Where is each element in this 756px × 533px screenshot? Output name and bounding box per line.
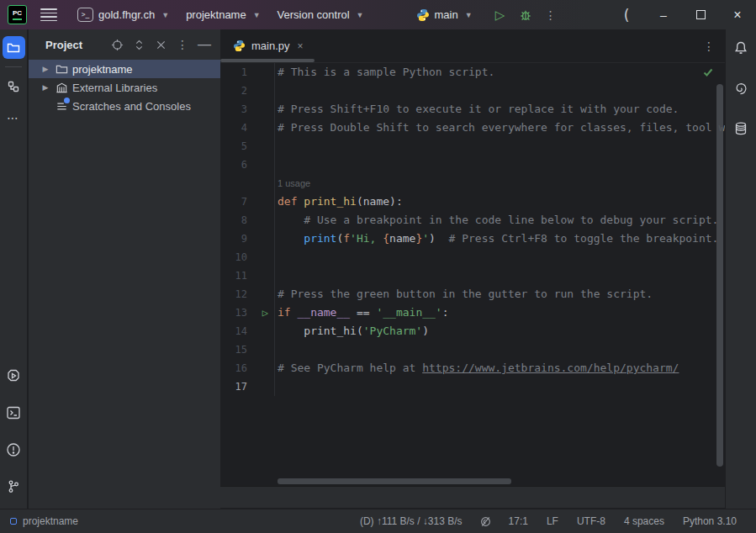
database-icon: [733, 121, 748, 136]
code-line[interactable]: 11: [220, 266, 725, 285]
code-line[interactable]: 2: [220, 82, 725, 100]
highlighting-level-widget[interactable]: [472, 515, 500, 528]
code-text: # Press the green button in the gutter t…: [275, 285, 725, 303]
crosshair-icon: [111, 39, 124, 51]
code-line[interactable]: 3# Press Shift+F10 to execute it or repl…: [220, 100, 725, 119]
caret-position-widget[interactable]: 17:1: [500, 515, 537, 527]
more-actions-button[interactable]: ⋮: [538, 3, 563, 28]
tree-item-scratches[interactable]: Scratches and Consoles: [29, 97, 220, 115]
terminal-tool-button[interactable]: [3, 401, 25, 424]
gutter[interactable]: 7: [220, 193, 275, 211]
chevron-right-icon[interactable]: ▶: [40, 83, 50, 92]
run-configuration-selector[interactable]: main ▼: [408, 0, 481, 29]
close-button[interactable]: ×: [719, 0, 756, 29]
code-line[interactable]: 17: [220, 377, 725, 396]
gutter[interactable]: 16: [220, 359, 275, 377]
ai-assistant-button[interactable]: [730, 77, 753, 99]
code-line[interactable]: 16# See PyCharm help at https://www.jetb…: [220, 359, 725, 377]
code-line[interactable]: 14 print_hi('PyCharm'): [220, 322, 725, 340]
gutter[interactable]: 10: [220, 248, 275, 266]
vcs-widget[interactable]: Version control ▼: [269, 0, 373, 29]
code-text: [275, 340, 725, 359]
code-line[interactable]: 9 print(f'Hi, {name}') # Press Ctrl+F8 t…: [220, 230, 725, 248]
code-line[interactable]: 4# Press Double Shift to search everywhe…: [220, 119, 725, 137]
gutter[interactable]: 5: [220, 137, 275, 156]
status-project-widget[interactable]: projektname: [10, 515, 78, 527]
tab-main-py[interactable]: main.py ×: [220, 29, 312, 62]
gutter[interactable]: 3: [220, 100, 275, 119]
tree-item-projektname[interactable]: ▶ projektname: [29, 60, 220, 78]
inspection-ok-icon[interactable]: [702, 66, 714, 78]
run-button[interactable]: ▷: [488, 3, 513, 28]
python-file-icon: [232, 40, 246, 53]
collapse-all-button[interactable]: [151, 35, 170, 54]
gutter[interactable]: 4: [220, 119, 275, 137]
left-tool-stripe: ⋯: [0, 29, 28, 509]
module-selector[interactable]: projektname ▼: [177, 0, 268, 29]
panel-options-button[interactable]: ⋮: [173, 35, 192, 54]
title-bar: PC >_ gold.fhgr.ch ▼ projektname ▼ Versi…: [0, 0, 756, 29]
network-speed-widget[interactable]: (D) ↑111 B/s / ↓313 B/s: [351, 515, 472, 527]
more-tool-windows-button[interactable]: ⋯: [3, 106, 25, 129]
usage-inlay-hint[interactable]: 1 usage: [275, 174, 310, 193]
editor-options-button[interactable]: ⋮: [703, 40, 715, 53]
code-line[interactable]: 10: [220, 248, 725, 266]
structure-tool-button[interactable]: [3, 75, 25, 98]
chevron-down-icon: ▼: [161, 11, 169, 19]
code-line[interactable]: 12# Press the green button in the gutter…: [220, 285, 725, 303]
code-editor[interactable]: 1# This is a sample Python script.23# Pr…: [220, 63, 725, 486]
horizontal-scrollbar[interactable]: [278, 478, 511, 484]
expand-collapse-button[interactable]: [130, 35, 148, 54]
gutter[interactable]: 14: [220, 322, 275, 340]
maximize-button[interactable]: [682, 0, 719, 29]
code-line[interactable]: 1# This is a sample Python script.: [220, 63, 725, 82]
version-control-tool-button[interactable]: [3, 475, 25, 498]
python-logo-icon: [416, 8, 430, 22]
services-tool-button[interactable]: [3, 364, 25, 387]
gutter[interactable]: 1: [220, 63, 275, 82]
tree-item-external-libraries[interactable]: ▶ External Libraries: [29, 78, 220, 97]
pycharm-logo-icon: PC: [8, 5, 27, 24]
debug-button[interactable]: [513, 3, 538, 28]
notifications-button[interactable]: [730, 36, 753, 59]
run-line-icon[interactable]: ▷: [262, 303, 268, 322]
code-inlay-row[interactable]: 1 usage: [220, 174, 725, 193]
project-selector[interactable]: >_ gold.fhgr.ch ▼: [69, 0, 177, 29]
gutter[interactable]: 9: [220, 230, 275, 248]
code-line[interactable]: 5: [220, 137, 725, 156]
database-button[interactable]: [730, 117, 753, 140]
code-line[interactable]: 7def print_hi(name):: [220, 193, 725, 211]
code-text: # Press Double Shift to search everywher…: [275, 119, 725, 137]
tool-window-layout-button[interactable]: (: [608, 0, 645, 29]
locate-file-button[interactable]: [108, 35, 126, 54]
minimize-button[interactable]: –: [645, 0, 682, 29]
problems-tool-button[interactable]: [3, 438, 25, 461]
gutter[interactable]: 6: [220, 156, 275, 174]
gutter[interactable]: [220, 174, 275, 193]
encoding-widget[interactable]: UTF-8: [568, 515, 615, 527]
code-line[interactable]: 15: [220, 340, 725, 359]
gutter[interactable]: 8: [220, 211, 275, 230]
hide-panel-button[interactable]: —: [195, 35, 214, 54]
folder-icon: [55, 62, 68, 76]
line-separator-widget[interactable]: LF: [537, 515, 568, 527]
gutter[interactable]: 17: [220, 377, 275, 396]
tab-strip-scrollbar[interactable]: [220, 59, 315, 62]
main-menu-button[interactable]: [40, 8, 57, 21]
gutter[interactable]: 2: [220, 82, 275, 100]
project-tool-button[interactable]: [3, 36, 25, 59]
tab-close-icon[interactable]: ×: [298, 40, 304, 52]
chevron-down-icon: ▼: [357, 11, 364, 19]
chevron-right-icon[interactable]: ▶: [40, 65, 50, 73]
gutter[interactable]: 15: [220, 340, 275, 359]
code-line[interactable]: 13▷if __name__ == '__main__':: [220, 303, 725, 322]
code-text: # See PyCharm help at https://www.jetbra…: [275, 359, 725, 377]
gutter[interactable]: 11: [220, 266, 275, 285]
interpreter-widget[interactable]: Python 3.10: [674, 515, 746, 527]
code-line[interactable]: 6: [220, 156, 725, 174]
gutter[interactable]: 13▷: [220, 303, 275, 322]
gutter[interactable]: 12: [220, 285, 275, 303]
indent-widget[interactable]: 4 spaces: [615, 515, 674, 527]
code-line[interactable]: 8 # Use a breakpoint in the code line be…: [220, 211, 725, 230]
vertical-scrollbar[interactable]: [716, 84, 723, 467]
